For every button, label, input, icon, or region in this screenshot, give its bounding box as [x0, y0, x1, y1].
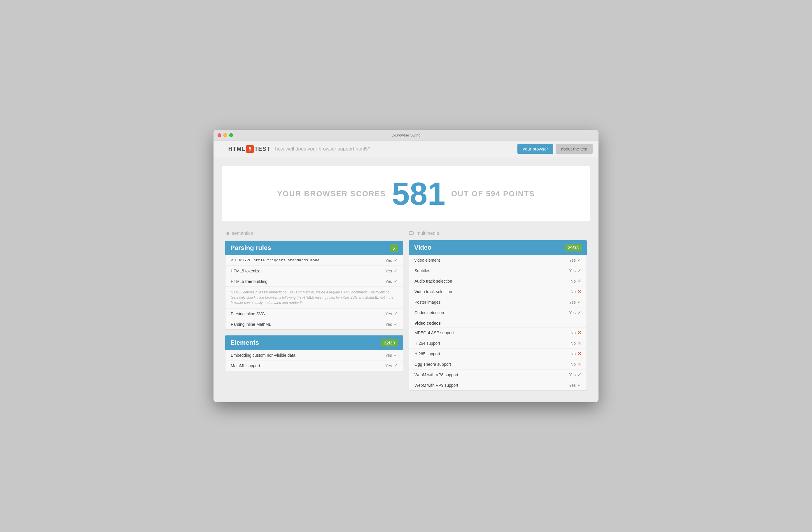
- check-no-icon: ✕: [578, 289, 581, 294]
- table-row: Subtitles Yes ✓: [409, 265, 586, 276]
- feature-name: WebM with VP8 support: [415, 372, 569, 377]
- close-button[interactable]: [218, 133, 221, 137]
- result-text: Yes: [569, 300, 576, 304]
- elements-list: Embedding custom non-visible data Yes ✓ …: [225, 350, 403, 371]
- parsing-rules-list: <!DOCTYPE html> triggers standards mode …: [225, 255, 403, 330]
- check-yes-icon: ✓: [394, 278, 397, 284]
- check-yes-icon: ✓: [578, 257, 581, 263]
- result-text: Yes: [569, 383, 576, 388]
- feature-name: Audio track selection: [415, 279, 570, 284]
- table-row: Parsing inline SVG Yes ✓: [226, 308, 403, 319]
- feature-name: MathML support: [231, 363, 385, 368]
- check-no-icon: ✕: [578, 361, 581, 367]
- check-no-icon: ✕: [578, 330, 581, 335]
- elements-title: Elements: [230, 339, 259, 346]
- feature-name: Parsing inline MathML: [231, 322, 385, 327]
- minimize-button[interactable]: [223, 133, 227, 137]
- feature-name: Ogg Theora support: [415, 362, 570, 366]
- result-text: Yes: [385, 258, 392, 263]
- tagline: how well does your browser support html5…: [275, 146, 371, 152]
- feature-result: No ✕: [570, 330, 581, 335]
- feature-name: H.264 support: [415, 341, 570, 346]
- check-no-icon: ✕: [578, 278, 581, 284]
- table-row: Poster images Yes ✓: [409, 297, 586, 307]
- feature-result: No ✕: [570, 340, 581, 346]
- table-row: MPEG-4 ASP support No ✕: [409, 328, 586, 338]
- table-row: Embedding custom non-visible data Yes ✓: [226, 350, 403, 360]
- feature-result: Yes ✓: [385, 278, 397, 284]
- check-yes-icon: ✓: [394, 321, 397, 327]
- result-text: Yes: [385, 269, 392, 273]
- score-number: 581: [392, 178, 445, 210]
- feature-result: Yes ✓: [569, 299, 581, 305]
- feature-name: <!DOCTYPE html> triggers standards mode: [231, 258, 385, 262]
- elements-score: 32/33: [381, 339, 398, 346]
- table-row: H.265 support No ✕: [409, 348, 586, 359]
- titlebar: JxBrowser Swing: [214, 130, 598, 141]
- result-text: Yes: [569, 310, 576, 315]
- feature-result: No ✕: [570, 289, 581, 294]
- parsing-rules-note: HTML5 defines rules for embedding SVG an…: [226, 287, 403, 308]
- feature-result: Yes ✓: [569, 268, 581, 273]
- table-row: <!DOCTYPE html> triggers standards mode …: [226, 255, 403, 266]
- feature-name: Embedding custom non-visible data: [231, 353, 385, 358]
- feature-result: Yes ✓: [385, 258, 397, 263]
- check-yes-icon: ✓: [578, 268, 581, 273]
- elements-header: Elements 32/33: [225, 335, 403, 350]
- check-yes-icon: ✓: [578, 299, 581, 305]
- check-no-icon: ✕: [578, 351, 581, 356]
- score-banner: YOUR BROWSER SCORES 581 OUT OF 594 POINT…: [222, 166, 590, 221]
- feature-name: Parsing inline SVG: [231, 312, 385, 316]
- table-row: HTML5 tree building Yes ✓: [226, 276, 403, 287]
- video-score: 29/33: [565, 244, 582, 251]
- score-label-left: YOUR BROWSER SCORES: [277, 189, 386, 198]
- maximize-button[interactable]: [229, 133, 233, 137]
- feature-result: Yes ✓: [385, 311, 397, 316]
- about-test-button[interactable]: about the test: [556, 144, 593, 154]
- feature-result: Yes ✓: [569, 310, 581, 315]
- feature-result: Yes ✓: [385, 352, 397, 358]
- check-no-icon: ✕: [578, 340, 581, 346]
- multimedia-title: multimedia: [417, 231, 439, 236]
- score-label-right: OUT OF 594 POINTS: [451, 189, 535, 198]
- table-row: Codec detection Yes ✓: [409, 307, 586, 318]
- result-text: Yes: [385, 312, 392, 316]
- video-header: Video 29/33: [409, 240, 587, 255]
- feature-result: Yes ✓: [385, 363, 397, 369]
- multimedia-icon: [409, 230, 414, 236]
- parsing-rules-header: Parsing rules 5: [225, 241, 403, 255]
- hamburger-icon[interactable]: ≡: [219, 146, 222, 152]
- app-window: JxBrowser Swing ≡ HTML 5 TEST how well d…: [214, 130, 598, 402]
- feature-result: Yes ✓: [569, 257, 581, 263]
- logo-html: HTML: [228, 146, 246, 152]
- semantics-title: semantics: [232, 231, 253, 236]
- navbar: ≡ HTML 5 TEST how well does your browser…: [214, 141, 598, 157]
- feature-result: Yes ✓: [569, 383, 581, 388]
- check-yes-icon: ✓: [578, 310, 581, 315]
- result-text: Yes: [385, 353, 392, 358]
- video-codecs-subheading: Video codecs: [409, 318, 586, 328]
- window-controls: [218, 133, 233, 137]
- table-row: Audio track selection No ✕: [409, 276, 586, 286]
- result-text: No: [570, 279, 576, 284]
- semantics-heading: ≋ semantics: [225, 230, 403, 236]
- table-row: Parsing inline MathML Yes ✓: [226, 319, 403, 329]
- table-row: H.264 support No ✕: [409, 338, 586, 348]
- video-list: video element Yes ✓ Subtitles Yes ✓ Audi…: [409, 255, 587, 390]
- result-text: Yes: [569, 372, 576, 377]
- feature-name: video element: [415, 258, 569, 262]
- parsing-rules-score: 5: [390, 244, 398, 252]
- feature-name: Codec detection: [415, 310, 569, 315]
- feature-name: HTML5 tree building: [231, 279, 385, 284]
- logo-5: 5: [246, 145, 254, 153]
- your-browser-button[interactable]: your browser: [518, 144, 553, 154]
- check-yes-icon: ✓: [394, 363, 397, 369]
- multimedia-heading: multimedia: [409, 230, 587, 236]
- parsing-rules-title: Parsing rules: [230, 244, 271, 252]
- window-title: JxBrowser Swing: [391, 133, 421, 138]
- check-yes-icon: ✓: [394, 258, 397, 263]
- feature-name: Poster images: [415, 300, 569, 304]
- result-text: Yes: [385, 363, 392, 368]
- check-yes-icon: ✓: [394, 311, 397, 316]
- table-row: video element Yes ✓: [409, 255, 586, 265]
